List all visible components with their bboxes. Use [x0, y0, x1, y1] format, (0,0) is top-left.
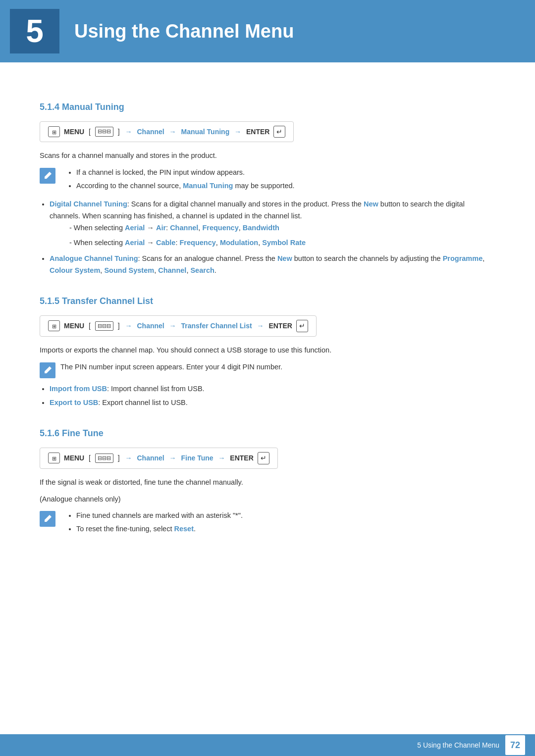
note-icon-514: [40, 168, 55, 184]
pencil-icon-516: [43, 514, 53, 524]
bullet-list-514: Digital Channel Tuning: Scans for a digi…: [50, 199, 495, 277]
note-block-516: Fine tuned channels are marked with an a…: [40, 510, 495, 537]
description2-516: (Analogue channels only): [40, 494, 495, 505]
note-content-514: If a channel is locked, the PIN input wi…: [60, 167, 495, 194]
description-514: Scans for a channel manually and stores …: [40, 150, 495, 162]
menu-path-516: ⊞ MENU [ ⊟⊟⊟ ] → Channel → Fine Tune → E…: [40, 448, 278, 468]
page-footer: 5 Using the Channel Menu 72: [0, 734, 535, 756]
note-item-1: If a channel is locked, the PIN input wi…: [76, 167, 495, 179]
section-5-1-5: 5.1.5 Transfer Channel List ⊞ MENU [ ⊟⊟⊟…: [40, 294, 495, 408]
bullet-export-usb: Export to USB: Export channel list to US…: [50, 397, 495, 409]
section-5-1-4: 5.1.4 Manual Tuning ⊞ MENU [ ⊟⊟⊟ ] → Cha…: [40, 100, 495, 276]
bullet-list-515: Import from USB: Import channel list fro…: [50, 383, 495, 409]
note-content-515: The PIN number input screen appears. Ent…: [60, 361, 495, 373]
menu-path-515: ⊞ MENU [ ⊟⊟⊟ ] → Channel → Transfer Chan…: [40, 315, 317, 336]
note-block-515: The PIN number input screen appears. Ent…: [40, 361, 495, 378]
note-block-514: If a channel is locked, the PIN input wi…: [40, 167, 495, 194]
footer-text: 5 Using the Channel Menu: [417, 740, 499, 751]
page-header: 5 Using the Channel Menu: [0, 0, 535, 62]
bullet-import-usb: Import from USB: Import channel list fro…: [50, 383, 495, 395]
section-heading-515: 5.1.5 Transfer Channel List: [40, 294, 495, 308]
section-heading-514: 5.1.4 Manual Tuning: [40, 100, 495, 114]
sub-aerial-cable: - When selecting Aerial → Cable: Frequen…: [69, 237, 495, 249]
section-heading-516: 5.1.6 Fine Tune: [40, 426, 495, 441]
note-516-item-2: To reset the fine-tuning, select Reset.: [76, 523, 495, 535]
note-icon-515: [40, 362, 55, 378]
description-516: If the signal is weak or distorted, fine…: [40, 477, 495, 489]
menu-icon-516: ⊞: [48, 453, 60, 463]
page-number: 72: [505, 735, 525, 755]
description-515: Imports or exports the channel map. You …: [40, 345, 495, 356]
note-icon-516: [40, 511, 55, 527]
menu-path-514: ⊞ MENU [ ⊟⊟⊟ ] → Channel → Manual Tuning…: [40, 121, 294, 142]
section-5-1-6: 5.1.6 Fine Tune ⊞ MENU [ ⊟⊟⊟ ] → Channel…: [40, 426, 495, 537]
menu-icon-514: ⊞: [48, 126, 60, 137]
bullet-analogue: Analogue Channel Tuning: Scans for an an…: [50, 253, 495, 277]
main-content: 5.1.4 Manual Tuning ⊞ MENU [ ⊟⊟⊟ ] → Cha…: [0, 62, 535, 581]
chapter-number: 5: [10, 9, 59, 53]
note-516-item-1: Fine tuned channels are marked with an a…: [76, 510, 495, 522]
page-title: Using the Channel Menu: [74, 16, 294, 47]
pencil-icon: [43, 171, 53, 181]
pencil-icon-515: [43, 365, 53, 375]
bullet-digital: Digital Channel Tuning: Scans for a digi…: [50, 199, 495, 249]
sub-aerial-air: - When selecting Aerial → Air: Channel, …: [69, 222, 495, 234]
menu-icon-515: ⊞: [48, 320, 60, 331]
note-item-2: According to the channel source, Manual …: [76, 180, 495, 192]
note-content-516: Fine tuned channels are marked with an a…: [60, 510, 495, 537]
